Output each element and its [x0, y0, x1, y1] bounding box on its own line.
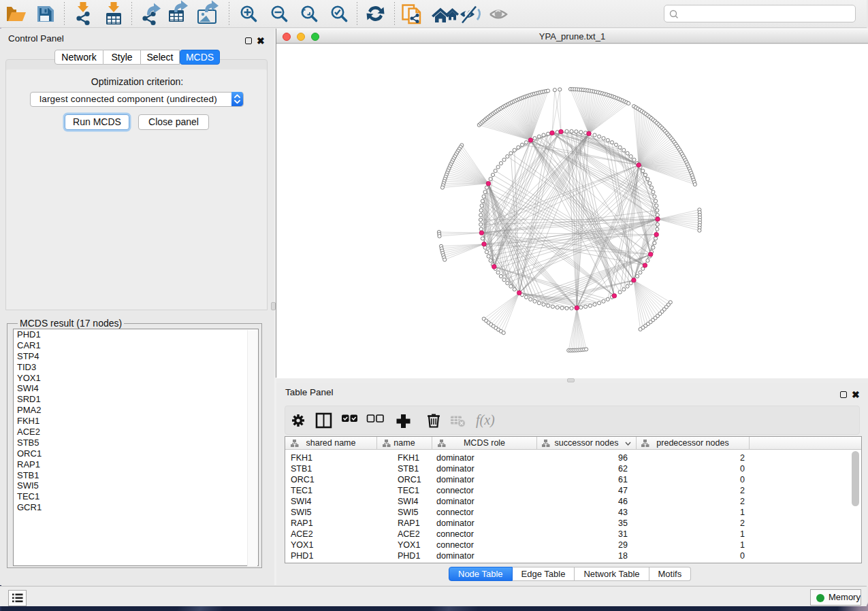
svg-text:f(x): f(x) [476, 412, 495, 428]
